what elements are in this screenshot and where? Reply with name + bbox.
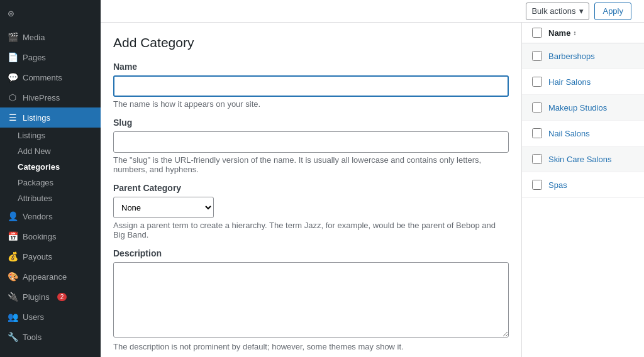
content-area: Add Category Name The name is how it app… (101, 23, 644, 357)
slug-label: Slug (113, 118, 509, 128)
sidebar-item-label: Comments (23, 73, 62, 82)
sidebar-item-vendors[interactable]: 👤 Vendors (0, 206, 101, 226)
bulk-actions-label: Bulk actions (531, 6, 575, 16)
sidebar-sub-attributes[interactable]: Attributes (0, 190, 101, 206)
name-hint: The name is how it appears on your site. (113, 99, 509, 109)
sidebar-item-payouts[interactable]: 💰 Payouts (0, 246, 101, 266)
parent-hint: Assign a parent term to create a hierarc… (113, 221, 509, 239)
category-checkbox-4[interactable] (532, 128, 542, 138)
bookings-icon: 📅 (8, 231, 18, 241)
tools-icon: 🔧 (8, 332, 18, 342)
list-item: Nail Salons (522, 121, 644, 146)
plugins-icon: 🔌 (8, 292, 18, 302)
name-input[interactable] (113, 75, 509, 97)
description-label: Description (113, 248, 509, 258)
list-item: Makeup Studios (522, 95, 644, 121)
sidebar-sub-listings[interactable]: Listings (0, 128, 101, 143)
sidebar-item-bookings[interactable]: 📅 Bookings (0, 226, 101, 246)
pages-icon: 📄 (8, 52, 18, 62)
hivepress-icon: ⬡ (8, 92, 18, 102)
sidebar-item-label: Media (23, 33, 45, 42)
sidebar-item-tools[interactable]: 🔧 Tools (0, 327, 101, 347)
category-table-header: Name ↕ (522, 23, 644, 43)
name-field-group: Name The name is how it appears on your … (113, 62, 509, 109)
apply-button[interactable]: Apply (594, 3, 631, 20)
payouts-icon: 💰 (8, 251, 18, 261)
slug-field-group: Slug The "slug" is the URL-friendly vers… (113, 118, 509, 174)
sidebar-item-comments[interactable]: 💬 Comments (0, 67, 101, 87)
bulk-actions-dropdown[interactable]: Bulk actions ▾ (526, 3, 589, 20)
sort-icon: ↕ (573, 30, 576, 36)
wp-logo-icon: ⊛ (8, 9, 14, 18)
sidebar-item-hivepress[interactable]: ⬡ HivePress (0, 87, 101, 107)
form-title: Add Category (113, 35, 509, 50)
slug-input[interactable] (113, 131, 509, 153)
vendors-icon: 👤 (8, 211, 18, 221)
category-name-4[interactable]: Nail Salons (548, 129, 590, 138)
category-checkbox-2[interactable] (532, 77, 542, 87)
plugins-badge: 2 (57, 293, 67, 301)
category-checkbox-3[interactable] (532, 102, 542, 113)
parent-category-group: Parent Category None Assign a parent ter… (113, 183, 509, 239)
wp-logo: ⊛ (0, 0, 101, 27)
list-item: Skin Care Salons (522, 146, 644, 172)
category-list-panel: Name ↕ Barbershops Hair Salons Makeup St… (522, 23, 644, 357)
list-item: Spas (522, 172, 644, 198)
category-name-3[interactable]: Makeup Studios (548, 103, 607, 113)
media-icon: 🎬 (8, 32, 18, 42)
slug-hint: The "slug" is the URL-friendly version o… (113, 155, 509, 174)
category-checkbox-5[interactable] (532, 154, 542, 164)
parent-label: Parent Category (113, 183, 509, 193)
sidebar-item-label: Listings (23, 113, 50, 123)
sidebar-item-users[interactable]: 👥 Users (0, 307, 101, 327)
comments-icon: 💬 (8, 72, 18, 82)
sidebar-item-appearance[interactable]: 🎨 Appearance (0, 266, 101, 287)
sidebar-item-label: HivePress (23, 93, 60, 102)
category-name-2[interactable]: Hair Salons (548, 77, 591, 87)
sidebar-item-pages[interactable]: 📄 Pages (0, 47, 101, 67)
category-checkbox-6[interactable] (532, 180, 542, 190)
description-group: Description The description is not promi… (113, 248, 509, 351)
sidebar-item-label: Pages (23, 53, 46, 62)
parent-category-select[interactable]: None (113, 197, 214, 218)
name-label: Name (113, 62, 509, 72)
description-hint: The description is not prominent by defa… (113, 342, 509, 351)
main-area: Bulk actions ▾ Apply Add Category Name T… (101, 0, 644, 357)
sidebar-sub-categories[interactable]: Categories (0, 159, 101, 175)
sidebar-item-plugins[interactable]: 🔌 Plugins 2 (0, 287, 101, 307)
select-all-checkbox[interactable] (532, 28, 542, 38)
category-name-5[interactable]: Skin Care Salons (548, 155, 611, 164)
sidebar-item-media[interactable]: 🎬 Media (0, 27, 101, 47)
listings-icon: ☰ (8, 113, 18, 123)
sidebar-sub-packages[interactable]: Packages (0, 175, 101, 190)
description-textarea[interactable] (113, 262, 509, 338)
bulk-actions-arrow-icon: ▾ (579, 6, 584, 16)
list-item: Barbershops (522, 43, 644, 69)
category-name-6[interactable]: Spas (548, 180, 567, 190)
sidebar-sub-add-new[interactable]: Add New (0, 143, 101, 159)
category-checkbox-1[interactable] (532, 51, 542, 61)
appearance-icon: 🎨 (8, 272, 18, 282)
sidebar-item-listings[interactable]: ☰ Listings (0, 107, 101, 128)
name-column-header[interactable]: Name ↕ (548, 28, 576, 38)
list-item: Hair Salons (522, 69, 644, 95)
category-name-1[interactable]: Barbershops (548, 52, 595, 61)
add-category-form: Add Category Name The name is how it app… (101, 23, 522, 357)
users-icon: 👥 (8, 312, 18, 322)
topbar: Bulk actions ▾ Apply (101, 0, 644, 23)
sidebar: ⊛ 🎬 Media 📄 Pages 💬 Comments ⬡ HivePress… (0, 0, 101, 357)
